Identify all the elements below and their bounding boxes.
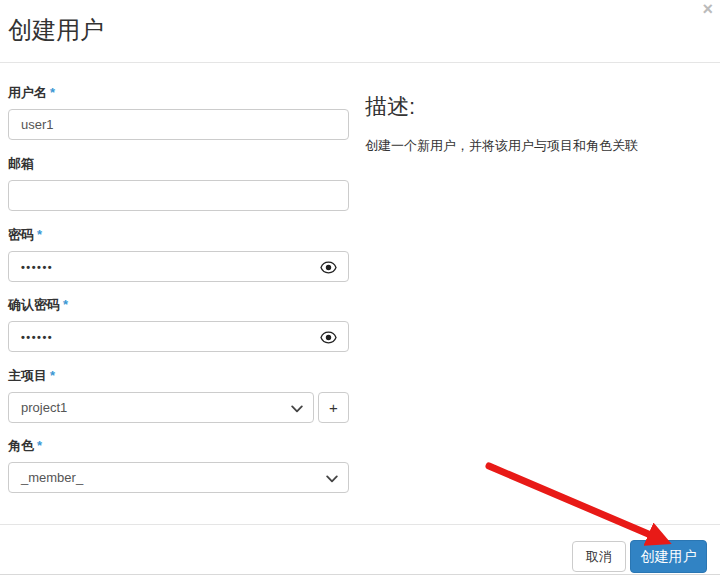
masked-password-text: ••••••	[21, 331, 53, 343]
email-input[interactable]	[8, 180, 349, 211]
role-select[interactable]: _member_	[8, 462, 349, 493]
header-divider	[0, 62, 720, 63]
primary-project-selected-value: project1	[21, 400, 67, 415]
chevron-down-icon	[291, 405, 303, 413]
description-text: 创建一个新用户，并将该用户与项目和角色关联	[365, 137, 638, 155]
field-email: 邮箱	[8, 155, 349, 211]
required-asterisk: *	[63, 297, 68, 312]
eye-icon[interactable]	[320, 331, 337, 344]
primary-project-select[interactable]: project1	[8, 392, 314, 423]
eye-icon[interactable]	[320, 261, 337, 274]
role-label: 角色*	[8, 437, 349, 453]
username-label: 用户名*	[8, 84, 349, 100]
required-asterisk: *	[50, 368, 55, 383]
field-username: 用户名* user1	[8, 84, 349, 140]
email-label: 邮箱	[8, 155, 349, 171]
confirm-password-label: 确认密码*	[8, 296, 349, 312]
required-asterisk: *	[37, 438, 42, 453]
masked-password-text: ••••••	[21, 261, 53, 273]
password-label: 密码*	[8, 226, 349, 242]
field-role: 角色* _member_	[8, 437, 349, 493]
modal-title: 创建用户	[8, 14, 104, 46]
required-asterisk: *	[50, 85, 55, 100]
required-asterisk: *	[37, 227, 42, 242]
field-confirm-password: 确认密码* ••••••	[8, 296, 349, 352]
username-input[interactable]: user1	[8, 109, 349, 140]
close-icon[interactable]: ×	[702, 0, 713, 18]
modal-bottom-edge	[0, 574, 720, 575]
field-primary-project: 主项目* project1 +	[8, 367, 349, 423]
chevron-down-icon	[326, 475, 338, 483]
description-heading: 描述:	[365, 92, 415, 122]
cancel-button[interactable]: 取消	[572, 541, 626, 572]
create-user-button[interactable]: 创建用户	[630, 540, 707, 573]
password-input[interactable]: ••••••	[8, 251, 349, 282]
add-project-button[interactable]: +	[318, 392, 349, 423]
primary-project-label: 主项目*	[8, 367, 349, 383]
confirm-password-input[interactable]: ••••••	[8, 321, 349, 352]
field-password: 密码* ••••••	[8, 226, 349, 282]
role-selected-value: _member_	[21, 470, 83, 485]
footer-divider	[0, 524, 720, 525]
